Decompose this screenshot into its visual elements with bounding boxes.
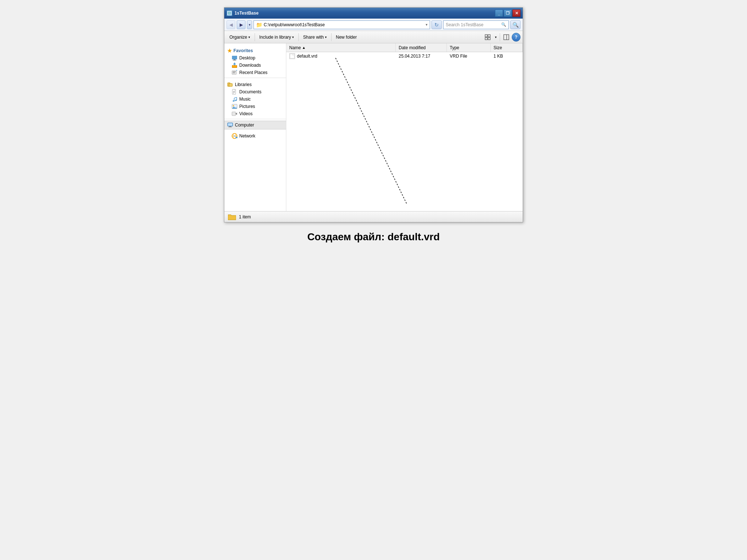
svg-rect-10	[233, 60, 236, 61]
path-dropdown-arrow: ▾	[426, 23, 427, 27]
help-button[interactable]: ?	[512, 33, 520, 42]
file-size-cell: 1 KB	[491, 52, 523, 60]
window-title: 1sTestBase	[235, 11, 259, 16]
svg-rect-5	[488, 38, 490, 40]
svg-marker-35	[236, 113, 237, 115]
sidebar-item-recent-places[interactable]: Recent Places	[224, 69, 286, 76]
main-content: ★ Favorites Desktop	[224, 43, 523, 211]
file-items: default.vrd 25.04.2013 7:17 VRD File 1 K…	[286, 52, 523, 211]
sidebar-item-documents[interactable]: Documents	[224, 88, 286, 96]
svg-rect-37	[228, 123, 232, 126]
star-icon: ★	[227, 48, 232, 54]
new-folder-button[interactable]: New folder	[333, 32, 360, 42]
file-type-cell: VRD File	[447, 52, 491, 60]
view-grid-button[interactable]	[483, 32, 492, 42]
svg-rect-16	[233, 73, 235, 73]
view-dropdown-button[interactable]: ▾	[493, 32, 498, 42]
forward-button[interactable]: ▶	[237, 20, 245, 29]
svg-rect-15	[233, 71, 236, 72]
svg-rect-2	[485, 35, 487, 37]
documents-icon	[232, 89, 237, 95]
pictures-label: Pictures	[239, 104, 255, 109]
sidebar-item-pictures[interactable]: Pictures	[224, 103, 286, 110]
col-header-date[interactable]: Date modified	[396, 43, 447, 52]
sidebar-item-desktop[interactable]: Desktop	[224, 54, 286, 62]
favorites-label: Favorites	[233, 48, 253, 53]
documents-label: Documents	[239, 89, 262, 94]
close-button[interactable]: ✕	[512, 9, 520, 17]
restore-button[interactable]: ❐	[504, 9, 512, 17]
include-library-button[interactable]: Include in library ▾	[256, 32, 297, 42]
svg-rect-45	[290, 54, 294, 58]
svg-rect-9	[233, 59, 236, 60]
libraries-icon	[227, 82, 233, 88]
col-header-name[interactable]: Name ▲	[286, 43, 396, 52]
search-box: Search 1sTestBase 🔍	[443, 20, 509, 29]
computer-icon	[227, 122, 233, 128]
file-date-cell: 25.04.2013 7:17	[396, 52, 447, 60]
network-label: Network	[239, 133, 255, 139]
file-size: 1 KB	[494, 54, 503, 59]
svg-rect-19	[229, 83, 232, 86]
pictures-icon	[232, 104, 237, 109]
status-item-count: 1 item	[239, 214, 251, 219]
separator-3	[331, 33, 332, 41]
svg-line-30	[234, 97, 237, 98]
file-name-cell: default.vrd	[286, 52, 396, 60]
organize-button[interactable]: Organize ▾	[227, 32, 253, 42]
minimize-button[interactable]: _	[495, 9, 503, 17]
sidebar-item-videos[interactable]: Videos	[224, 110, 286, 117]
back-button[interactable]: ◀	[227, 20, 235, 29]
sidebar: ★ Favorites Desktop	[224, 43, 286, 211]
organize-label: Organize	[229, 35, 247, 40]
network-icon	[232, 133, 237, 139]
grid-icon	[485, 34, 491, 40]
path-text: C:\netpub\wwwroot\1sTestBase	[264, 22, 325, 27]
organize-dropdown-icon: ▾	[248, 35, 250, 39]
search-icon: 🔍	[501, 22, 506, 27]
file-name: default.vrd	[297, 54, 317, 59]
column-headers: Name ▲ Date modified Type Size	[286, 43, 523, 52]
sidebar-item-network[interactable]: Network	[224, 132, 286, 140]
nav-dropdown-button[interactable]: ▾	[247, 20, 252, 29]
preview-pane-button[interactable]	[502, 32, 511, 42]
include-library-dropdown-icon: ▾	[292, 35, 294, 39]
new-folder-label: New folder	[336, 35, 357, 40]
svg-rect-12	[232, 66, 237, 67]
svg-rect-24	[233, 93, 234, 93]
address-bar: ◀ ▶ ▾ 📁 C:\netpub\wwwroot\1sTestBase ▾ ↻…	[224, 19, 523, 31]
svg-rect-22	[233, 91, 235, 92]
svg-point-43	[234, 136, 235, 137]
path-icon: 📁	[256, 22, 262, 28]
favorites-header[interactable]: ★ Favorites	[224, 46, 286, 54]
preview-icon	[503, 34, 509, 40]
file-date: 25.04.2013 7:17	[399, 54, 430, 59]
svg-rect-17	[236, 70, 237, 71]
col-header-type[interactable]: Type	[447, 43, 491, 52]
downloads-label: Downloads	[239, 63, 261, 68]
svg-rect-23	[233, 92, 235, 93]
downloads-icon	[232, 62, 237, 68]
libraries-header[interactable]: Libraries	[224, 80, 286, 88]
col-header-size[interactable]: Size	[491, 43, 523, 52]
bottom-caption: Создаем файл: default.vrd	[307, 231, 440, 243]
svg-marker-13	[233, 62, 236, 65]
separator-4	[500, 33, 500, 41]
sidebar-item-downloads[interactable]: Downloads	[224, 62, 286, 69]
desktop-label: Desktop	[239, 55, 255, 61]
music-icon	[232, 96, 237, 102]
search-placeholder: Search 1sTestBase	[446, 22, 500, 27]
address-path[interactable]: 📁 C:\netpub\wwwroot\1sTestBase ▾	[253, 20, 430, 29]
search-button[interactable]: 🔍	[510, 20, 520, 29]
refresh-button[interactable]: ↻	[431, 20, 442, 29]
share-with-label: Share with	[303, 35, 324, 40]
sidebar-item-music[interactable]: Music	[224, 96, 286, 103]
share-with-button[interactable]: Share with ▾	[300, 32, 330, 42]
sidebar-item-computer[interactable]: Computer	[224, 121, 286, 129]
svg-rect-3	[488, 35, 490, 37]
table-row[interactable]: default.vrd 25.04.2013 7:17 VRD File 1 K…	[286, 52, 523, 60]
file-list-area: Name ▲ Date modified Type Size	[286, 43, 523, 211]
desktop-icon	[232, 55, 237, 61]
svg-rect-1	[228, 12, 231, 14]
svg-rect-34	[232, 112, 236, 116]
